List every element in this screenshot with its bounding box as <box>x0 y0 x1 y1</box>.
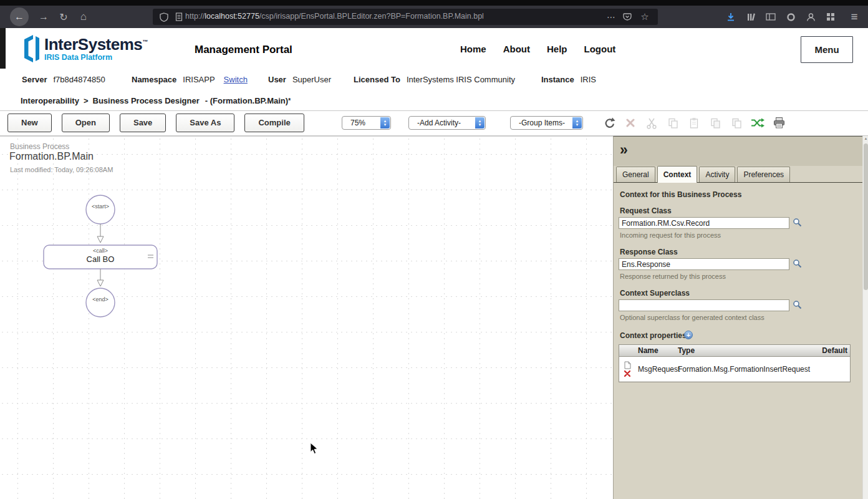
url-text: http://localhost:52775/csp/irisapp/EnsPo… <box>185 12 484 21</box>
context-superclass-input[interactable] <box>619 299 789 311</box>
table-row: MsgRequest Formation.Msg.FormationInsert… <box>619 357 850 382</box>
save-as-button[interactable]: Save As <box>176 114 234 132</box>
connector-arrow <box>97 269 104 286</box>
collapse-panel-icon[interactable]: » <box>620 142 628 158</box>
save-button[interactable]: Save <box>120 114 166 132</box>
context-superclass-help: Optional superclass for generated contex… <box>620 314 764 321</box>
compile-button[interactable]: Compile <box>244 114 304 132</box>
vertical-scrollbar[interactable]: ▲ <box>862 136 868 499</box>
forward-icon[interactable]: → <box>35 8 52 26</box>
instance-label: Instance <box>541 75 574 84</box>
bookmark-star-icon[interactable]: ☆ <box>639 12 650 22</box>
stepper-icon: ▲▼ <box>572 117 582 128</box>
end-node[interactable]: <end> <box>86 288 115 317</box>
table-header: Name Type Default <box>619 345 850 357</box>
tab-activity[interactable]: Activity <box>699 167 735 182</box>
copy-icon[interactable] <box>666 116 680 130</box>
extension-icon[interactable] <box>782 8 799 26</box>
nav-help[interactable]: Help <box>547 44 567 54</box>
user-value: SuperUser <box>292 75 331 84</box>
search-icon[interactable] <box>793 259 803 269</box>
add-property-icon[interactable]: + <box>684 331 693 339</box>
column-type: Type <box>678 346 817 355</box>
delete-icon[interactable] <box>624 116 637 130</box>
svg-text:<end>: <end> <box>92 296 109 303</box>
new-button[interactable]: New <box>7 114 52 132</box>
tab-preferences[interactable]: Preferences <box>737 167 790 182</box>
url-bar[interactable]: http://localhost:52775/csp/irisapp/EnsPo… <box>153 9 658 25</box>
scroll-up-icon[interactable]: ▲ <box>863 137 868 140</box>
breadcrumb-root[interactable]: Interoperability <box>21 96 79 105</box>
breadcrumb-document: - (Formation.BP.Main) <box>205 96 288 105</box>
add-activity-select[interactable]: -Add Activity-▲▼ <box>408 116 486 130</box>
search-icon[interactable] <box>793 218 803 228</box>
add-activity-value: -Add Activity- <box>417 119 461 127</box>
switch-namespace-link[interactable]: Switch <box>224 75 248 84</box>
breadcrumb: Interoperability > Business Process Desi… <box>0 91 868 111</box>
group-items-select[interactable]: -Group Items-▲▼ <box>510 116 583 130</box>
portal-header: InterSystems™ IRIS Data Platform Managem… <box>0 28 868 69</box>
response-class-input[interactable] <box>619 258 789 270</box>
call-node[interactable]: <call> Call BO <box>44 245 157 269</box>
licensed-value: InterSystems IRIS Community <box>407 75 515 84</box>
nav-about[interactable]: About <box>503 44 530 54</box>
search-icon[interactable] <box>793 300 803 310</box>
response-class-label: Response Class <box>620 248 678 256</box>
cut-icon[interactable] <box>645 116 658 130</box>
properties-panel: » General Context Activity Preferences C… <box>613 136 862 499</box>
page-info-icon[interactable] <box>173 12 185 22</box>
shuffle-icon[interactable] <box>751 116 764 130</box>
grid-icon[interactable] <box>822 8 839 26</box>
section-title: Context for this Business Process <box>620 190 741 199</box>
delete-property-icon[interactable] <box>624 371 630 377</box>
sidebar-icon[interactable] <box>762 8 779 26</box>
bpl-canvas[interactable]: Business Process Formation.BP.Main Last … <box>0 136 613 499</box>
zoom-select[interactable]: 75%▲▼ <box>342 116 391 130</box>
menu-icon[interactable]: ≡ <box>846 8 863 26</box>
library-icon[interactable] <box>742 8 760 26</box>
nav-home[interactable]: Home <box>460 44 486 54</box>
unsaved-indicator: * <box>288 97 291 104</box>
panel-tabs: General Context Activity Preferences <box>614 166 862 183</box>
page-title: Management Portal <box>195 44 292 56</box>
print-icon[interactable] <box>772 116 786 130</box>
copy-group-icon[interactable] <box>708 116 722 130</box>
undo-icon[interactable] <box>602 116 616 130</box>
download-icon[interactable] <box>722 8 740 26</box>
menu-button[interactable]: Menu <box>801 36 853 63</box>
user-label: User <box>268 75 286 84</box>
scrollbar-thumb[interactable] <box>864 143 868 290</box>
context-properties-label: Context properties <box>620 331 687 340</box>
column-default: Default <box>817 346 850 355</box>
refresh-icon[interactable]: ↻ <box>55 8 72 26</box>
server-label: Server <box>22 75 47 84</box>
account-icon[interactable] <box>802 8 819 26</box>
start-node[interactable]: <start> <box>86 195 115 224</box>
namespace-label: Namespace <box>132 75 176 84</box>
open-button[interactable]: Open <box>62 114 110 132</box>
edit-property-icon[interactable] <box>624 361 631 369</box>
paste-group-icon[interactable] <box>730 116 743 130</box>
connector-arrow <box>97 224 104 243</box>
tab-general[interactable]: General <box>616 167 655 182</box>
request-class-label: Request Class <box>620 206 672 215</box>
info-bar: Serverf7b8d4874850 NamespaceIRISAPPSwitc… <box>0 69 868 91</box>
paste-icon[interactable] <box>687 116 701 130</box>
mouse-cursor <box>310 442 319 455</box>
pocket-icon[interactable] <box>622 12 633 22</box>
intersystems-logo: InterSystems™ IRIS Data Platform <box>21 34 148 64</box>
property-name: MsgRequest <box>635 365 678 374</box>
page-actions-icon[interactable]: ⋯ <box>605 12 617 22</box>
licensed-label: Licensed To <box>354 75 400 84</box>
request-class-input[interactable] <box>619 217 789 229</box>
shield-icon[interactable] <box>158 12 170 22</box>
home-icon[interactable]: ⌂ <box>75 8 92 26</box>
nav-logout[interactable]: Logout <box>584 44 616 54</box>
breadcrumb-separator: > <box>84 96 89 105</box>
property-type: Formation.Msg.FormationInsertRequest <box>678 365 817 374</box>
header-nav: Home About Help Logout <box>460 44 615 54</box>
tab-context[interactable]: Context <box>657 166 698 183</box>
context-properties-table: Name Type Default MsgRequest Formation.M… <box>619 344 851 382</box>
back-button[interactable]: ← <box>10 7 29 26</box>
back-icon: ← <box>14 11 24 22</box>
